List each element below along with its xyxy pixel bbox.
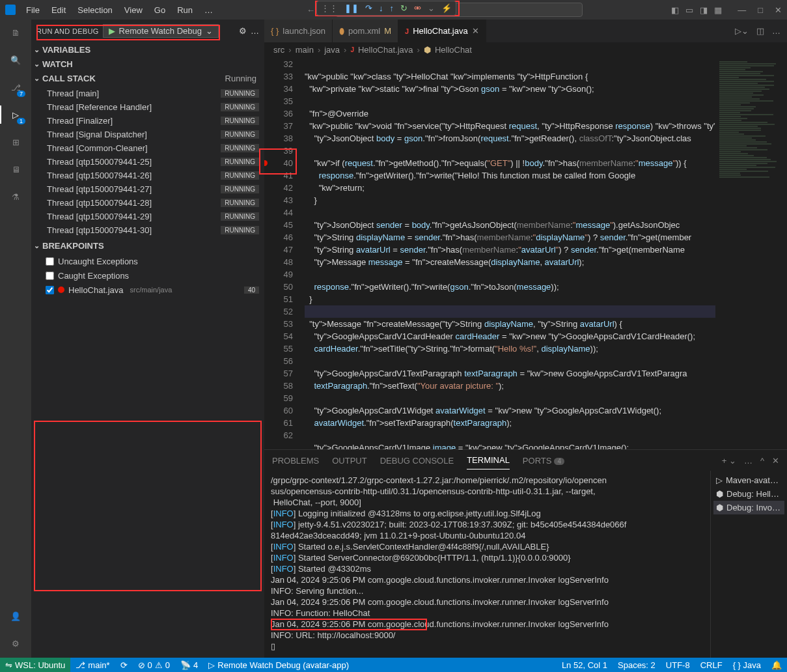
indentation[interactable]: Spaces: 2 [613,660,661,670]
section-callstack[interactable]: ⌄ CALL STACKRunning [31,71,264,85]
terminal-side-item[interactable]: ⬢Debug: Invo… [713,501,784,514]
run-debug-icon[interactable]: ▷1 [8,107,23,122]
pause-icon[interactable]: ❚❚ [344,3,359,13]
callstack-thread[interactable]: Thread [main]RUNNING [31,87,264,100]
step-over-icon[interactable]: ↷ [365,3,372,13]
chevron-down-icon[interactable]: ⌄ [428,3,435,13]
breakpoint-row[interactable]: Uncaught Exceptions [31,254,264,268]
tab-ports[interactable]: PORTS4 [523,452,564,469]
layout-right-icon[interactable]: ◨ [700,5,708,15]
source-control-icon[interactable]: ⎇7 [8,79,23,95]
run-icon[interactable]: ▷⌄ [735,26,749,36]
git-sync[interactable]: ⟳ [115,658,133,672]
callstack-thread[interactable]: Thread [Finalizer]RUNNING [31,114,264,128]
tab-pom-xml[interactable]: ⬮pom.xmlM [333,20,398,42]
language-mode[interactable]: { } Java [728,660,766,670]
more-icon[interactable]: … [772,26,780,36]
tab-problems[interactable]: PROBLEMS [272,452,319,469]
eol[interactable]: CRLF [695,660,728,670]
encoding[interactable]: UTF-8 [661,660,695,670]
gear-icon[interactable]: ⚙ [239,26,247,36]
breakpoint-row[interactable]: Caught Exceptions [31,268,264,283]
tab-terminal[interactable]: TERMINAL [467,451,510,469]
maximize-icon[interactable]: □ [758,5,763,15]
debug-toolbar[interactable]: ⋮⋮ ❚❚ ↷ ↓ ↑ ↻ ⚮ ⌄ ⚡ [316,1,456,16]
search-icon[interactable]: 🔍 [8,52,23,68]
restart-icon[interactable]: ↻ [400,3,407,13]
json-icon: { } [271,26,279,36]
terminal-side-item[interactable]: ▷Maven-avat… [713,473,784,487]
editor-area: { }launch.json ⬮pom.xmlM JHelloChat.java… [264,20,787,658]
minimap[interactable] [715,57,787,449]
callstack-thread[interactable]: Thread [qtp1500079441-30]RUNNING [31,223,264,237]
menu-run[interactable]: Run [172,3,198,18]
drag-icon[interactable]: ⋮⋮ [321,3,338,13]
section-breakpoints[interactable]: ⌄ BREAKPOINTS [31,238,264,253]
vscode-icon [5,5,16,15]
callstack-thread[interactable]: Thread [Reference Handler]RUNNING [31,100,264,114]
terminal-side-item[interactable]: ⬢Debug: Hell… [713,487,784,501]
tab-launch-json[interactable]: { }launch.json [264,20,333,42]
panel-tabs: PROBLEMS OUTPUT DEBUG CONSOLE TERMINAL P… [264,450,787,471]
remote-explorer-icon[interactable]: 🖥 [8,161,23,177]
callstack-thread[interactable]: Thread [qtp1500079441-28]RUNNING [31,196,264,210]
extensions-icon[interactable]: ⊞ [8,134,23,150]
callstack-thread[interactable]: Thread [qtp1500079441-26]RUNNING [31,169,264,182]
git-branch[interactable]: ⎇ main* [70,658,115,672]
menu-selection[interactable]: Selection [72,3,117,18]
statusbar: ⇋ WSL: Ubuntu ⎇ main* ⟳ ⊘ 0 ⚠ 0 📡 4 ▷ Re… [0,658,787,672]
breakpoint-row[interactable]: HelloChat.javasrc/main/java40 [31,283,264,297]
debug-status[interactable]: ▷ Remote Watch Debug (avatar-app) [203,658,354,672]
problems-indicator[interactable]: ⊘ 0 ⚠ 0 [133,658,175,672]
step-into-icon[interactable]: ↓ [379,3,383,13]
callstack-thread[interactable]: Thread [qtp1500079441-29]RUNNING [31,210,264,223]
callstack-thread[interactable]: Thread [Signal Dispatcher]RUNNING [31,128,264,141]
close-icon[interactable]: ✕ [472,26,479,36]
hot-reload-icon[interactable]: ⚡ [441,3,452,13]
code-editor[interactable]: "kw">public "kw">class "ty">HelloChat "k… [305,57,715,449]
ports-indicator[interactable]: 📡 4 [175,658,203,672]
breakpoint-checkbox[interactable] [46,272,54,280]
activitybar: 🗎 🔍 ⎇7 ▷1 ⊞ 🖥 ⚗ 👤 ⚙ [0,20,31,658]
new-terminal-icon[interactable]: + ⌄ [722,456,736,466]
explorer-icon[interactable]: 🗎 [8,25,23,40]
more-icon[interactable]: … [744,456,752,466]
remote-indicator[interactable]: ⇋ WSL: Ubuntu [0,658,70,672]
tab-hellochat-java[interactable]: JHelloChat.java✕ [398,20,486,42]
layout-left-icon[interactable]: ◧ [671,5,679,15]
breakpoint-checkbox[interactable] [46,286,54,294]
cursor-position[interactable]: Ln 52, Col 1 [557,660,613,670]
tab-output[interactable]: OUTPUT [332,452,366,469]
menu-view[interactable]: View [119,3,148,18]
close-icon[interactable]: ✕ [775,5,782,15]
xml-icon: ⬮ [339,26,344,36]
menu-go[interactable]: Go [149,3,171,18]
minimize-icon[interactable]: — [738,5,746,15]
section-variables[interactable]: ⌄ VARIABLES [31,42,264,57]
close-panel-icon[interactable]: ✕ [772,456,779,466]
accounts-icon[interactable]: 👤 [8,608,23,624]
menu-more[interactable]: … [199,3,218,18]
callstack-thread[interactable]: Thread [qtp1500079441-25]RUNNING [31,155,264,169]
layout-customize-icon[interactable]: ▦ [714,5,722,15]
more-icon[interactable]: … [251,26,259,36]
testing-icon[interactable]: ⚗ [8,189,23,204]
nav-back-icon[interactable]: ← [307,5,315,15]
gutter[interactable]: 3233343536373839404142434445464748495051… [264,57,305,449]
menu-file[interactable]: File [21,3,45,18]
tab-debug-console[interactable]: DEBUG CONSOLE [380,452,454,469]
callstack-thread[interactable]: Thread [Common-Cleaner]RUNNING [31,141,264,155]
callstack-thread[interactable]: Thread [qtp1500079441-27]RUNNING [31,182,264,196]
step-out-icon[interactable]: ↑ [390,3,394,13]
breakpoint-checkbox[interactable] [46,257,54,266]
terminal-list: ▷Maven-avat…⬢Debug: Hell…⬢Debug: Invo… [710,471,787,658]
disconnect-icon[interactable]: ⚮ [414,3,421,13]
section-watch[interactable]: ⌄ WATCH [31,57,264,71]
notifications-icon[interactable]: 🔔 [766,660,787,670]
maximize-panel-icon[interactable]: ^ [760,456,764,466]
split-icon[interactable]: ◫ [756,26,764,36]
settings-icon[interactable]: ⚙ [8,636,23,651]
layout-bottom-icon[interactable]: ▭ [685,5,693,15]
breadcrumb[interactable]: src› main› java› J HelloChat.java› ⬢ Hel… [264,42,787,57]
menu-edit[interactable]: Edit [46,3,71,18]
